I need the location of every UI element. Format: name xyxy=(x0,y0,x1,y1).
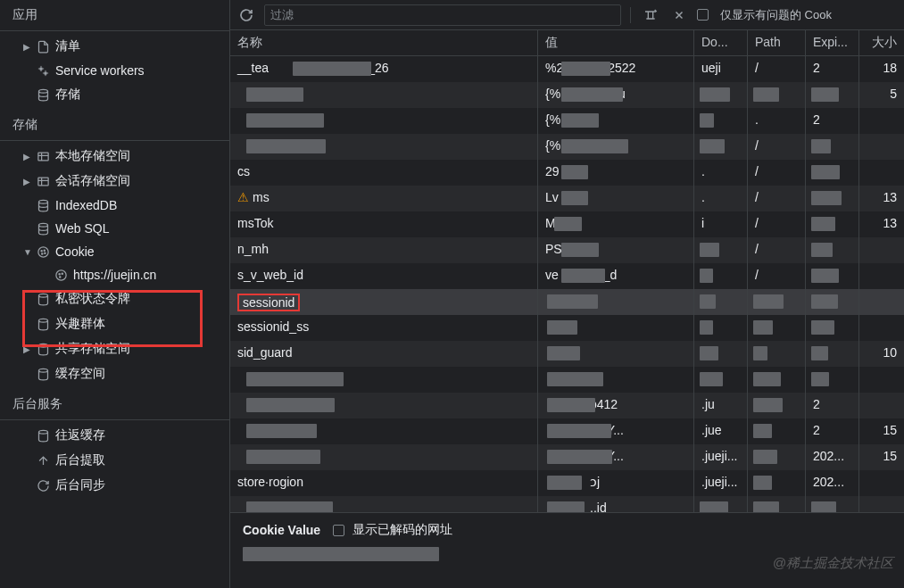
table-row[interactable]: {%.2 xyxy=(230,108,904,134)
clear-filter-button[interactable] xyxy=(640,4,661,26)
sidebar-item-session-storage[interactable]: ▶ 会话存储空间 xyxy=(0,169,229,194)
redacted xyxy=(700,87,730,102)
table-row[interactable]: sessionid_ss xyxy=(230,315,904,341)
redacted xyxy=(561,113,599,128)
table-row[interactable]: cs29./ xyxy=(230,160,904,186)
filter-input[interactable] xyxy=(264,4,621,26)
label: 兴趣群体 xyxy=(55,316,105,332)
table-row[interactable]: s_v_web_idve_d/ xyxy=(230,263,904,289)
cell-size: 18 xyxy=(859,56,904,82)
table-row[interactable]: ..id xyxy=(230,496,904,512)
cell-size xyxy=(859,263,904,289)
label: 清单 xyxy=(55,38,80,54)
domain-text: . xyxy=(701,164,705,178)
redacted xyxy=(811,165,840,179)
table-row[interactable]: store·rogionɔj.jueji...202... xyxy=(230,470,904,496)
highlighted-cookie-name: sessionid xyxy=(237,294,300,311)
col-path[interactable]: Path xyxy=(748,30,806,55)
cell-expires xyxy=(806,496,859,512)
redacted xyxy=(246,398,335,412)
cell-size: 15 xyxy=(859,418,904,444)
cell-size: 10 xyxy=(859,341,904,367)
col-name[interactable]: 名称 xyxy=(230,30,538,55)
sidebar: 应用 ▶ 清单 Service workers 存储 存储 ▶ 本地存储空间 ▶… xyxy=(0,0,230,588)
clear-all-button[interactable] xyxy=(668,4,690,26)
table-row[interactable]: n_mhPS/ xyxy=(230,237,904,263)
table-row[interactable]: sid_guard10 xyxy=(230,341,904,367)
sidebar-item-interest-groups[interactable]: 兴趣群体 xyxy=(0,311,229,336)
chevron-right-icon: ▶ xyxy=(23,344,32,354)
cell-name: __teatokens_26 xyxy=(230,56,538,82)
redacted xyxy=(561,139,628,153)
table-row[interactable]: 1Q1Y....jueji...202...15 xyxy=(230,444,904,470)
table-row[interactable] xyxy=(230,367,904,393)
redacted xyxy=(293,62,371,76)
sidebar-item-indexeddb[interactable]: IndexedDB xyxy=(0,194,229,217)
table-row[interactable]: __teatokens_26%22522ueji/218 xyxy=(230,56,904,82)
cookie-icon xyxy=(54,268,68,282)
sidebar-item-shared-storage[interactable]: ▶ 共享存储空间 xyxy=(0,336,229,361)
cookie-table: 名称 值 Do... Path Expi... 大小 __teatokens_2… xyxy=(230,30,904,512)
col-size[interactable]: 大小 xyxy=(859,30,904,55)
svg-rect-3 xyxy=(37,153,47,161)
bg-tree: 往返缓存 后台提取 后台同步 xyxy=(0,420,229,501)
refresh-button[interactable] xyxy=(236,4,257,26)
col-value[interactable]: 值 xyxy=(538,30,694,55)
show-decoded-checkbox[interactable] xyxy=(333,525,344,536)
redacted xyxy=(547,476,582,490)
table-row[interactable]: msTokMi/13 xyxy=(230,211,904,237)
cell-expires: 202... xyxy=(806,444,859,470)
redacted xyxy=(700,139,725,153)
cell-path xyxy=(748,367,806,393)
redacted xyxy=(811,372,829,386)
value-frag: ..id xyxy=(590,501,607,512)
database-icon xyxy=(36,221,50,236)
sidebar-item-cookie[interactable]: ▼ Cookie xyxy=(0,240,229,263)
table-row[interactable]: ⚠msLv./13 xyxy=(230,186,904,211)
cell-size xyxy=(859,108,904,134)
domain-text: .jue xyxy=(701,423,722,437)
sidebar-item-private-state[interactable]: 私密状态令牌 xyxy=(0,286,229,311)
sidebar-item-local-storage[interactable]: ▶ 本地存储空间 xyxy=(0,144,229,169)
table-row[interactable]: {%sou5 xyxy=(230,82,904,108)
svg-point-9 xyxy=(44,250,45,251)
redacted xyxy=(547,372,603,386)
cookie-name-text: __tea xyxy=(237,61,269,75)
col-expires[interactable]: Expi... xyxy=(806,30,859,55)
cookie-name-text: cs xyxy=(237,164,250,178)
redacted xyxy=(561,165,588,179)
redacted xyxy=(811,139,831,153)
svg-point-11 xyxy=(44,253,45,253)
redacted xyxy=(753,346,767,360)
sidebar-item-bgsync[interactable]: 后台同步 xyxy=(0,473,229,498)
section-title-storage: 存储 xyxy=(0,110,229,141)
sidebar-item-websql[interactable]: Web SQL xyxy=(0,217,229,240)
only-issues-checkbox[interactable] xyxy=(697,9,709,21)
sidebar-item-service-workers[interactable]: Service workers xyxy=(0,59,229,82)
table-row[interactable]: _60{%/ xyxy=(230,134,904,160)
cell-domain: . xyxy=(694,160,748,186)
sidebar-item-manifest[interactable]: ▶ 清单 xyxy=(0,34,229,59)
table-row[interactable]: Q1Y....jue215 xyxy=(230,418,904,444)
label: https://juejin.cn xyxy=(73,268,156,282)
cell-value: Q1Y... xyxy=(538,444,694,470)
sidebar-item-app-storage[interactable]: 存储 xyxy=(0,82,229,107)
cell-size: 13 xyxy=(859,211,904,237)
sidebar-item-bfcache[interactable]: 往返缓存 xyxy=(0,423,229,448)
col-domain[interactable]: Do... xyxy=(694,30,748,55)
sidebar-item-bgfetch[interactable]: 后台提取 xyxy=(0,448,229,473)
label: 后台同步 xyxy=(55,477,105,493)
svg-point-13 xyxy=(59,273,60,274)
sidebar-item-cookie-domain[interactable]: https://juejin.cn xyxy=(0,263,229,286)
cell-name xyxy=(230,393,538,418)
svg-point-18 xyxy=(38,344,47,347)
value-frag: _d xyxy=(603,268,618,282)
cell-name xyxy=(230,418,538,444)
table-row[interactable]: sessionid xyxy=(230,289,904,315)
table-row[interactable]: o412.ju2 xyxy=(230,393,904,418)
cell-path xyxy=(748,418,806,444)
sync-icon xyxy=(36,478,50,493)
sidebar-item-cache-storage[interactable]: 缓存空间 xyxy=(0,361,229,386)
cell-domain: .jueji... xyxy=(694,470,748,496)
domain-text: .ju xyxy=(701,397,715,411)
